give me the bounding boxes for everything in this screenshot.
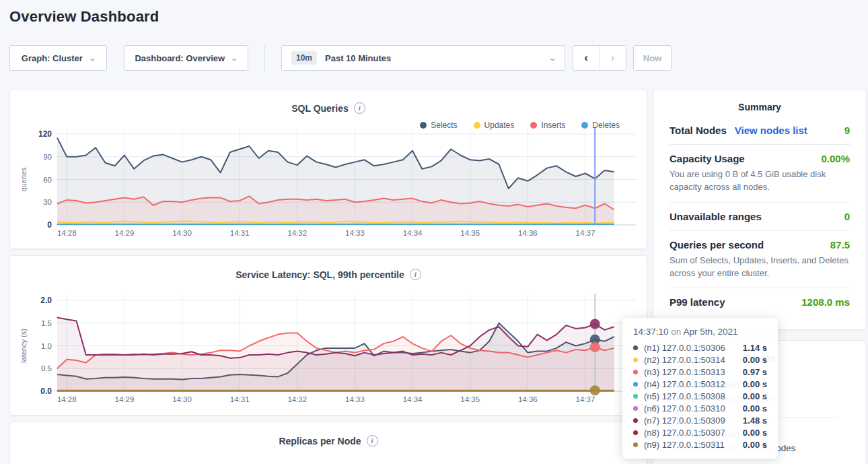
summary-row-description: Sum of Selects, Updates, Inserts, and De…: [670, 255, 850, 280]
summary-row-label: Capacity Usage: [670, 153, 745, 164]
legend-dot: [581, 122, 588, 129]
summary-row: P99 latency1208.0 ms: [670, 288, 850, 316]
summary-row: Total NodesView nodes list9: [670, 117, 850, 144]
view-nodes-list-link[interactable]: View nodes list: [735, 125, 807, 136]
summary-row-label: P99 latency: [670, 296, 725, 308]
svg-text:14:31: 14:31: [230, 229, 250, 237]
svg-text:14:33: 14:33: [345, 395, 365, 403]
legend-dot: [474, 122, 480, 129]
info-icon[interactable]: i: [367, 435, 378, 446]
sql-queries-chart-card: SQL Queriesi SelectsUpdatesInsertsDelete…: [9, 89, 647, 249]
time-nav-group: ‹ ›: [573, 45, 626, 71]
svg-text:1.0: 1.0: [41, 342, 52, 350]
svg-text:14:36: 14:36: [518, 229, 538, 237]
summary-row-value: 87.5: [830, 239, 850, 251]
svg-text:14:34: 14:34: [403, 395, 423, 403]
svg-text:14:37: 14:37: [576, 395, 595, 403]
svg-text:90: 90: [43, 153, 52, 161]
svg-text:14:32: 14:32: [287, 395, 307, 403]
info-icon[interactable]: i: [410, 269, 421, 280]
summary-row-label: Queries per second: [670, 239, 764, 251]
event-row[interactable]: User root created table movr.public.user…: [670, 418, 838, 464]
legend-item-inserts[interactable]: Inserts: [530, 121, 565, 130]
svg-text:0: 0: [47, 220, 52, 230]
summary-row: Queries per second87.5Sum of Selects, Up…: [670, 230, 850, 288]
now-button[interactable]: Now: [633, 45, 672, 71]
summary-row-head: Total NodesView nodes list9: [670, 125, 850, 136]
svg-text:14:35: 14:35: [460, 395, 480, 403]
svg-text:14:29: 14:29: [115, 395, 135, 403]
summary-row-label: Unavailable ranges: [670, 211, 762, 222]
legend-item-selects[interactable]: Selects: [420, 121, 457, 130]
svg-text:14:32: 14:32: [287, 229, 307, 237]
toolbar-divider: [264, 45, 265, 71]
summary-rows: Total NodesView nodes list9Capacity Usag…: [670, 117, 850, 316]
summary-row-value: 0: [844, 211, 850, 222]
svg-text:latency (s): latency (s): [20, 329, 28, 363]
summary-row: Capacity Usage0.00%You are using 0 B of …: [670, 144, 850, 202]
summary-row-value: 0.00%: [821, 153, 850, 164]
legend-label: Selects: [431, 121, 457, 130]
svg-text:14:33: 14:33: [345, 229, 365, 237]
summary-panel: Summary Total NodesView nodes list9Capac…: [653, 89, 867, 330]
summary-row-value: 9: [844, 125, 850, 136]
summary-row-value: 1208.0 ms: [801, 296, 850, 308]
summary-row-head: Capacity Usage0.00%: [670, 153, 850, 164]
dashboard-dropdown-label: Dashboard: Overview: [135, 53, 225, 63]
events-panel: Events User root created table movr.publ…: [653, 340, 867, 464]
time-range-label: Past 10 Minutes: [325, 53, 391, 63]
svg-text:1.5: 1.5: [41, 319, 52, 327]
legend-label: Deletes: [592, 121, 620, 130]
svg-text:30: 30: [43, 198, 52, 206]
summary-row-head: Queries per second87.5: [670, 239, 850, 251]
time-range-badge: 10m: [291, 51, 317, 65]
events-title: Events: [670, 353, 850, 364]
summary-row: Unavailable ranges0: [670, 202, 850, 230]
svg-text:120: 120: [38, 129, 52, 139]
legend-dot: [530, 122, 537, 129]
now-button-label: Now: [643, 53, 661, 63]
replicas-per-node-chart-card: Replicas per Nodei: [9, 422, 647, 464]
chart-title: Service Latency: SQL, 99th percentile: [236, 269, 404, 280]
svg-text:14:30: 14:30: [172, 229, 192, 237]
legend-label: Updates: [484, 121, 515, 130]
dashboard-dropdown[interactable]: Dashboard: Overview ⌄: [124, 45, 248, 71]
svg-text:14:37: 14:37: [576, 229, 595, 237]
svg-text:14:28: 14:28: [57, 395, 77, 403]
chevron-down-icon: ⌄: [88, 55, 96, 62]
svg-text:queries: queries: [20, 167, 28, 192]
time-prev-button[interactable]: ‹: [573, 46, 600, 70]
legend-label: Inserts: [541, 121, 565, 130]
chart-title: SQL Queries: [291, 103, 349, 114]
time-next-button[interactable]: ›: [600, 46, 626, 70]
summary-row-description: You are using 0 B of 4.5 GiB usable disk…: [670, 168, 850, 194]
chevron-down-icon: ⌄: [230, 55, 238, 62]
summary-row-head: Unavailable ranges0: [670, 211, 850, 222]
svg-text:0.5: 0.5: [41, 364, 52, 372]
svg-text:14:34: 14:34: [403, 229, 423, 237]
summary-title: Summary: [670, 102, 850, 112]
time-range-picker[interactable]: 10m Past 10 Minutes ⌄: [281, 45, 565, 71]
graph-dropdown[interactable]: Graph: Cluster ⌄: [9, 45, 107, 71]
svg-text:14:35: 14:35: [460, 229, 480, 237]
svg-text:14:31: 14:31: [230, 395, 250, 403]
svg-text:14:29: 14:29: [115, 229, 135, 237]
page-title: Overview Dashboard: [9, 8, 159, 26]
svg-text:2.0: 2.0: [40, 296, 52, 305]
svg-text:14:36: 14:36: [518, 395, 538, 403]
service-latency-chart-card: Service Latency: SQL, 99th percentilei 0…: [9, 255, 647, 416]
chevron-down-icon: ⌄: [548, 55, 556, 62]
legend-dot: [420, 122, 427, 129]
svg-text:14:30: 14:30: [172, 395, 192, 403]
info-icon[interactable]: i: [354, 102, 365, 114]
graph-dropdown-label: Graph: Cluster: [22, 53, 83, 63]
svg-text:14:28: 14:28: [57, 229, 77, 237]
events-rows: User root created table movr.public.prom…: [670, 368, 850, 464]
event-row[interactable]: User root created table movr.public.prom…: [670, 368, 838, 418]
chart-title: Replicas per Node: [279, 436, 361, 446]
svg-text:0.0: 0.0: [40, 387, 52, 396]
chart-legend: SelectsUpdatesInsertsDeletes: [420, 121, 620, 130]
summary-row-label: Total Nodes: [670, 125, 727, 136]
legend-item-updates[interactable]: Updates: [474, 121, 515, 130]
legend-item-deletes[interactable]: Deletes: [581, 121, 620, 130]
